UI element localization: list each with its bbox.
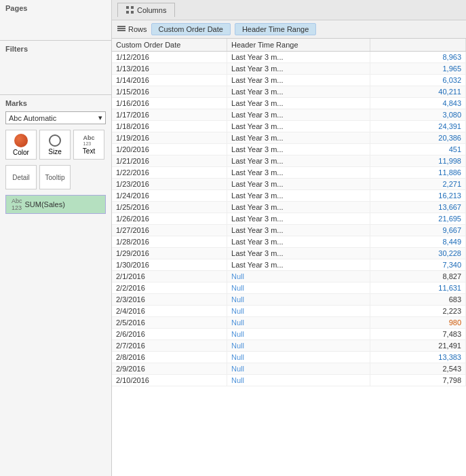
cell-date: 1/25/2016 bbox=[112, 202, 227, 213]
cell-val: 21,491 bbox=[370, 340, 465, 352]
cell-date: 2/1/2016 bbox=[112, 271, 227, 282]
table-row: 1/20/2016 Last Year 3 m... 451 bbox=[112, 144, 466, 155]
cell-htr: Last Year 3 m... bbox=[227, 63, 370, 75]
cell-date: 1/19/2016 bbox=[112, 132, 227, 144]
detail-button[interactable]: Detail bbox=[5, 165, 37, 189]
table-row: 1/17/2016 Last Year 3 m... 3,080 bbox=[112, 109, 466, 121]
table-row: 1/14/2016 Last Year 3 m... 6,032 bbox=[112, 75, 466, 86]
cell-val: 11,631 bbox=[370, 282, 465, 294]
table-row: 2/7/2016 Null 21,491 bbox=[112, 340, 466, 352]
cell-val: 8,963 bbox=[370, 52, 465, 63]
cell-htr: Last Year 3 m... bbox=[227, 190, 370, 202]
cell-htr: Last Year 3 m... bbox=[227, 132, 370, 144]
cell-val: 2,543 bbox=[370, 363, 465, 375]
custom-order-date-pill[interactable]: Custom Order Date bbox=[151, 23, 231, 35]
cell-date: 1/23/2016 bbox=[112, 179, 227, 190]
col-header-val bbox=[370, 39, 465, 52]
table-row: 1/26/2016 Last Year 3 m... 21,695 bbox=[112, 213, 466, 225]
left-panel: Pages Filters Marks Abc Automatic ▾ Colo… bbox=[0, 0, 112, 476]
cell-val: 1,965 bbox=[370, 63, 465, 75]
cell-date: 1/17/2016 bbox=[112, 109, 227, 121]
table-row: 1/30/2016 Last Year 3 m... 7,340 bbox=[112, 259, 466, 271]
cell-date: 2/2/2016 bbox=[112, 282, 227, 294]
table-row: 1/12/2016 Last Year 3 m... 8,963 bbox=[112, 52, 466, 63]
cell-htr: Null bbox=[227, 352, 370, 363]
cell-htr: Null bbox=[227, 282, 370, 294]
cell-val: 9,667 bbox=[370, 225, 465, 236]
cell-date: 2/9/2016 bbox=[112, 363, 227, 375]
marks-type-dropdown[interactable]: Abc Automatic ▾ bbox=[5, 111, 106, 124]
columns-icon bbox=[126, 6, 134, 14]
cell-date: 1/13/2016 bbox=[112, 63, 227, 75]
color-icon bbox=[14, 134, 28, 147]
cell-htr: Last Year 3 m... bbox=[227, 225, 370, 236]
cell-val: 683 bbox=[370, 294, 465, 306]
cell-val: 7,483 bbox=[370, 329, 465, 340]
cell-date: 1/14/2016 bbox=[112, 75, 227, 86]
size-icon bbox=[49, 134, 61, 147]
table-row: 1/22/2016 Last Year 3 m... 11,886 bbox=[112, 167, 466, 179]
columns-tab[interactable]: Columns bbox=[117, 3, 175, 17]
cell-date: 1/21/2016 bbox=[112, 155, 227, 167]
cell-date: 1/15/2016 bbox=[112, 86, 227, 98]
marks-buttons-row: Color Size Abc 123 Text bbox=[5, 130, 106, 160]
cell-val: 40,211 bbox=[370, 86, 465, 98]
cell-date: 1/22/2016 bbox=[112, 167, 227, 179]
table-row: 1/18/2016 Last Year 3 m... 24,391 bbox=[112, 121, 466, 132]
cell-val: 11,998 bbox=[370, 155, 465, 167]
cell-htr: Last Year 3 m... bbox=[227, 144, 370, 155]
cell-htr: Last Year 3 m... bbox=[227, 121, 370, 132]
text-button[interactable]: Abc 123 Text bbox=[73, 130, 104, 160]
cell-val: 6,032 bbox=[370, 75, 465, 86]
col-header-htr: Header Time Range bbox=[227, 39, 370, 52]
cell-date: 1/16/2016 bbox=[112, 98, 227, 109]
tooltip-button[interactable]: Tooltip bbox=[39, 165, 71, 189]
cell-val: 11,886 bbox=[370, 167, 465, 179]
cell-date: 2/8/2016 bbox=[112, 352, 227, 363]
cell-date: 2/10/2016 bbox=[112, 375, 227, 386]
cell-date: 1/12/2016 bbox=[112, 52, 227, 63]
cell-htr: Null bbox=[227, 317, 370, 329]
table-scroll[interactable]: Custom Order Date Header Time Range 1/12… bbox=[112, 39, 466, 467]
sum-sales-pill[interactable]: Abc123 SUM(Sales) bbox=[5, 195, 106, 214]
cell-htr: Last Year 3 m... bbox=[227, 86, 370, 98]
table-row: 2/2/2016 Null 11,631 bbox=[112, 282, 466, 294]
table-row: 2/4/2016 Null 2,223 bbox=[112, 306, 466, 317]
table-row: 1/27/2016 Last Year 3 m... 9,667 bbox=[112, 225, 466, 236]
table-row: 1/25/2016 Last Year 3 m... 13,667 bbox=[112, 202, 466, 213]
size-label: Size bbox=[48, 148, 61, 155]
cell-htr: Last Year 3 m... bbox=[227, 213, 370, 225]
cell-val: 8,449 bbox=[370, 236, 465, 248]
right-panel: Columns Rows Custom Order Date Header Ti… bbox=[112, 0, 466, 476]
cell-date: 2/6/2016 bbox=[112, 329, 227, 340]
cell-val: 13,383 bbox=[370, 352, 465, 363]
cell-htr: Last Year 3 m... bbox=[227, 202, 370, 213]
cell-htr: Last Year 3 m... bbox=[227, 259, 370, 271]
size-button[interactable]: Size bbox=[39, 130, 71, 160]
cell-val: 20,386 bbox=[370, 132, 465, 144]
table-row: 2/8/2016 Null 13,383 bbox=[112, 352, 466, 363]
cell-val: 8,827 bbox=[370, 271, 465, 282]
color-button[interactable]: Color bbox=[5, 130, 37, 160]
table-row: 2/9/2016 Null 2,543 bbox=[112, 363, 466, 375]
cell-val: 980 bbox=[370, 317, 465, 329]
cell-htr: Null bbox=[227, 375, 370, 386]
cell-val: 13,667 bbox=[370, 202, 465, 213]
header-time-range-pill[interactable]: Header Time Range bbox=[235, 23, 316, 35]
table-row: 1/23/2016 Last Year 3 m... 2,271 bbox=[112, 179, 466, 190]
cell-htr: Null bbox=[227, 363, 370, 375]
table-row: 1/28/2016 Last Year 3 m... 8,449 bbox=[112, 236, 466, 248]
cell-date: 1/20/2016 bbox=[112, 144, 227, 155]
table-row: 1/24/2016 Last Year 3 m... 16,213 bbox=[112, 190, 466, 202]
table-row: 1/16/2016 Last Year 3 m... 4,843 bbox=[112, 98, 466, 109]
col-header-date: Custom Order Date bbox=[112, 39, 227, 52]
cell-val: 7,340 bbox=[370, 259, 465, 271]
text-label: Text bbox=[83, 147, 95, 155]
cell-val: 16,213 bbox=[370, 190, 465, 202]
cell-htr: Null bbox=[227, 329, 370, 340]
cell-htr: Null bbox=[227, 340, 370, 352]
cell-htr: Last Year 3 m... bbox=[227, 155, 370, 167]
cell-htr: Null bbox=[227, 306, 370, 317]
cell-htr: Null bbox=[227, 294, 370, 306]
cell-htr: Last Year 3 m... bbox=[227, 248, 370, 259]
